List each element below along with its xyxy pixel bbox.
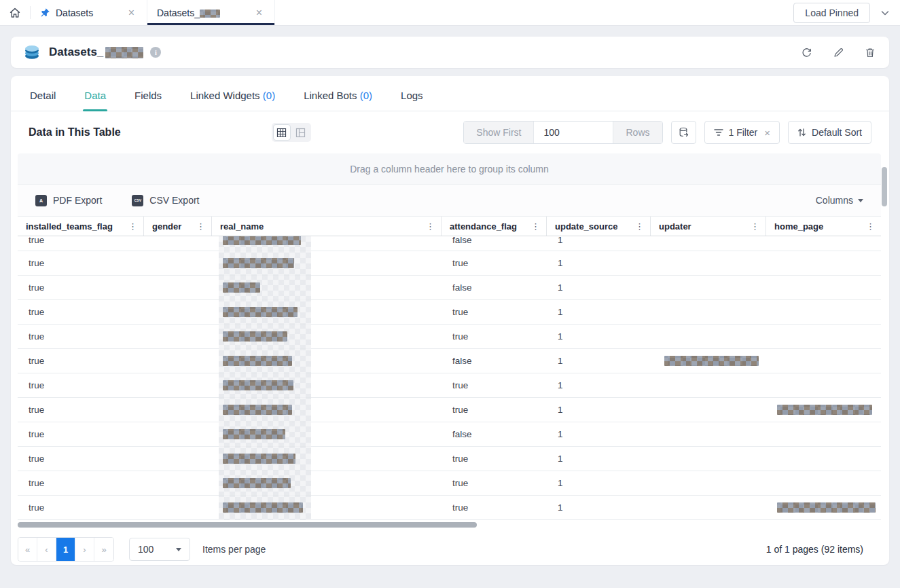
next-page-button[interactable]: › [75, 538, 94, 561]
column-header-attendance_flag[interactable]: attendance_flag⋮ [442, 217, 547, 236]
table-row[interactable]: truefalse1 [18, 349, 881, 373]
tab-detail[interactable]: Detail [29, 90, 57, 111]
show-first-label: Show First [464, 122, 533, 143]
table-cell-updater [651, 422, 766, 446]
table-cell-home_page [766, 276, 881, 299]
columns-dropdown[interactable]: Columns [816, 195, 863, 206]
home-button[interactable] [0, 0, 30, 25]
filter-button[interactable]: 1 Filter × [704, 121, 780, 144]
page-number-button[interactable]: 1 [56, 538, 75, 561]
table-row[interactable]: truetrue1 [18, 471, 881, 496]
masked-value [223, 429, 285, 439]
show-first-group: Show First Rows [463, 121, 662, 144]
table-cell-gender [144, 373, 212, 397]
compact-view-button[interactable] [292, 124, 310, 141]
column-header-real_name[interactable]: real_name⋮ [212, 217, 442, 236]
table-cell-real_name [212, 236, 442, 247]
close-icon[interactable]: × [126, 6, 137, 20]
table-cell-installed_teams_flag: true [18, 422, 144, 446]
db-export-icon [678, 126, 689, 139]
column-menu-icon[interactable]: ⋮ [194, 221, 207, 232]
table-row[interactable]: truetrue1 [18, 325, 881, 349]
table-cell-update_source: 1 [547, 471, 651, 495]
last-page-button[interactable]: » [94, 538, 113, 561]
table-row[interactable]: truefalse1 [18, 422, 881, 447]
row-limit-input[interactable] [533, 122, 613, 143]
delete-button[interactable] [863, 45, 877, 60]
first-page-button[interactable]: « [18, 538, 37, 561]
delete-icon [865, 47, 876, 58]
chevron-down-icon[interactable] [880, 7, 890, 18]
pin-icon [40, 7, 50, 18]
tab-logs[interactable]: Logs [399, 90, 425, 111]
tab-linked-widgets[interactable]: Linked Widgets (0) [189, 90, 276, 111]
group-drop-zone[interactable]: Drag a column header here to group its c… [18, 153, 881, 185]
table-cell-gender [144, 471, 212, 495]
pdf-export-button[interactable]: A PDF Export [35, 195, 102, 206]
table-cell-update_source: 1 [547, 447, 651, 471]
items-per-page-label: Items per page [202, 544, 266, 555]
db-export-button[interactable] [671, 121, 696, 144]
table-cell-home_page [766, 236, 881, 247]
table-cell-installed_teams_flag: true [18, 398, 144, 422]
prev-page-button[interactable]: ‹ [37, 538, 56, 561]
csv-export-button[interactable]: CSV CSV Export [132, 195, 199, 206]
table-cell-update_source: 1 [547, 398, 651, 422]
page-size-select[interactable]: 100 [129, 538, 190, 561]
clear-filter-icon[interactable]: × [764, 127, 770, 139]
tab-data[interactable]: Data [83, 90, 107, 111]
table-cell-gender [144, 325, 212, 348]
refresh-button[interactable] [799, 45, 814, 60]
table-cell-gender [144, 251, 212, 275]
column-header-gender[interactable]: gender⋮ [144, 217, 212, 236]
column-menu-icon[interactable]: ⋮ [126, 221, 139, 232]
table-cell-installed_teams_flag: true [18, 471, 144, 495]
table-cell-gender [144, 349, 212, 373]
tab-fields[interactable]: Fields [133, 90, 163, 111]
table-cell-gender [144, 236, 212, 247]
table-row[interactable]: truetrue1 [18, 398, 881, 422]
table-cell-real_name [212, 300, 442, 324]
table-cell-updater [651, 447, 766, 471]
doc-tab-datasets[interactable]: Datasets × [31, 0, 147, 25]
info-icon[interactable]: i [150, 47, 161, 58]
column-header-installed_teams_flag[interactable]: installed_teams_flag⋮ [18, 217, 144, 236]
column-header-update_source[interactable]: update_source⋮ [547, 217, 651, 236]
table-row[interactable]: truetrue1 [18, 373, 881, 398]
column-header-home_page[interactable]: home_page⋮ [766, 217, 881, 236]
column-header-updater[interactable]: updater⋮ [651, 217, 766, 236]
column-menu-icon[interactable]: ⋮ [749, 221, 761, 232]
vertical-scrollbar[interactable] [882, 167, 887, 411]
tab-linked-bots[interactable]: Linked Bots (0) [302, 90, 374, 111]
table-row[interactable]: truetrue1 [18, 447, 881, 471]
column-header-label: update_source [555, 221, 617, 232]
dataset-title-card: Datasets_ i [11, 37, 889, 68]
sort-button[interactable]: Default Sort [788, 121, 871, 144]
table-row[interactable]: truetrue1 [18, 300, 881, 325]
table-cell-home_page [766, 398, 881, 422]
csv-file-icon: CSV [132, 195, 143, 206]
table-row[interactable]: truefalse1 [18, 276, 881, 300]
edit-button[interactable] [831, 45, 846, 60]
table-cell-update_source: 1 [547, 300, 651, 324]
column-header-label: real_name [220, 221, 264, 232]
table-row[interactable]: truetrue1 [18, 496, 881, 520]
table-cell-update_source: 1 [547, 276, 651, 299]
table-row[interactable]: truefalse1 [18, 236, 881, 251]
column-menu-icon[interactable]: ⋮ [633, 221, 646, 232]
close-icon[interactable]: × [253, 6, 265, 20]
database-icon [23, 44, 41, 60]
table-cell-attendance_flag: true [442, 496, 547, 519]
horizontal-scrollbar[interactable] [18, 522, 881, 528]
grid-view-button[interactable] [273, 124, 291, 141]
table-header-row: installed_teams_flag⋮gender⋮real_name⋮at… [18, 216, 881, 236]
column-header-label: installed_teams_flag [26, 221, 113, 232]
column-menu-icon[interactable]: ⋮ [864, 221, 877, 232]
column-menu-icon[interactable]: ⋮ [424, 221, 437, 232]
section-title: Data in This Table [29, 126, 121, 139]
load-pinned-button[interactable]: Load Pinned [793, 3, 870, 23]
grid-view-icon [276, 128, 287, 138]
table-row[interactable]: truetrue1 [18, 251, 881, 276]
column-menu-icon[interactable]: ⋮ [529, 221, 542, 232]
doc-tab-datasets-active[interactable]: Datasets_ × [147, 0, 275, 25]
